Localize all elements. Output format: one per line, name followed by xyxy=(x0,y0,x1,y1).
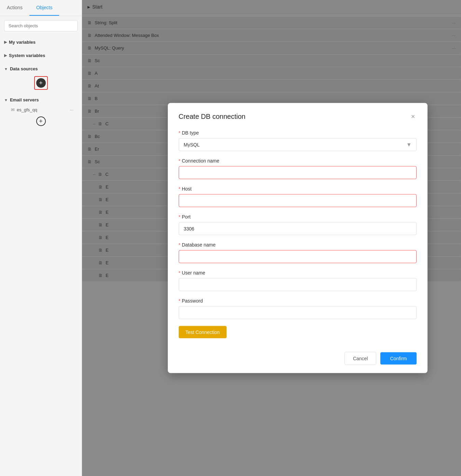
sidebar-section-my-variables: ▶ My variables xyxy=(0,36,82,49)
form-group-connection-name: * Connection name xyxy=(179,158,417,179)
form-group-database-name: * Database name xyxy=(179,242,417,263)
form-group-user-name: * User name xyxy=(179,270,417,291)
data-sources-label: Data sources xyxy=(10,66,38,71)
password-label: * Password xyxy=(179,298,417,304)
connection-name-label-text: Connection name xyxy=(182,158,219,164)
email-servers-chevron: ▼ xyxy=(4,98,8,102)
port-input[interactable] xyxy=(179,222,417,235)
create-db-connection-dialog: Create DB connection × * DB type MySQL P… xyxy=(168,103,428,373)
host-required-star: * xyxy=(179,186,180,192)
app-container: Actions Objects ▶ My variables ▶ System … xyxy=(0,0,461,476)
form-group-host: * Host xyxy=(179,186,417,207)
confirm-button[interactable]: Confirm xyxy=(380,352,416,365)
host-label: * Host xyxy=(179,186,417,192)
sidebar-section-data-sources: ▼ Data sources + xyxy=(0,62,82,93)
system-variables-label: System variables xyxy=(9,53,45,58)
sidebar: Actions Objects ▶ My variables ▶ System … xyxy=(0,0,82,476)
data-sources-add-box: + xyxy=(34,76,48,90)
user-name-label: * User name xyxy=(179,270,417,276)
connection-name-required-star: * xyxy=(179,158,180,164)
system-variables-header[interactable]: ▶ System variables xyxy=(4,50,78,61)
email-server-more-button[interactable]: ··· xyxy=(70,107,73,112)
dialog-close-button[interactable]: × xyxy=(410,111,417,122)
sidebar-section-system-variables: ▶ System variables xyxy=(0,49,82,62)
host-label-text: Host xyxy=(182,186,192,192)
main-content: ▶ Start 🗎 String: Split ··· 🗎 Attended W… xyxy=(82,0,461,476)
cancel-button[interactable]: Cancel xyxy=(344,352,377,365)
password-required-star: * xyxy=(179,298,180,304)
form-group-port: * Port xyxy=(179,214,417,235)
sidebar-tabs: Actions Objects xyxy=(0,0,82,16)
email-servers-label: Email servers xyxy=(10,97,39,102)
user-name-required-star: * xyxy=(179,270,180,276)
dialog-title: Create DB connection xyxy=(179,113,246,121)
my-variables-header[interactable]: ▶ My variables xyxy=(4,37,78,47)
system-variables-chevron: ▶ xyxy=(4,53,7,58)
search-input[interactable] xyxy=(4,20,78,31)
dialog-body: * DB type MySQL PostgreSQL SQLite Oracle… xyxy=(168,127,428,347)
email-servers-add-container: + xyxy=(4,114,78,128)
my-variables-label: My variables xyxy=(9,40,36,45)
data-sources-add-container: + xyxy=(4,74,78,92)
tab-actions[interactable]: Actions xyxy=(0,0,29,16)
tab-objects[interactable]: Objects xyxy=(29,0,59,16)
user-name-label-text: User name xyxy=(182,270,205,276)
search-container xyxy=(0,16,82,36)
user-name-input[interactable] xyxy=(179,278,417,291)
connection-name-label: * Connection name xyxy=(179,158,417,164)
email-servers-add-button[interactable]: + xyxy=(36,116,46,126)
db-type-label: * DB type xyxy=(179,130,417,136)
port-label-text: Port xyxy=(182,214,191,220)
password-label-text: Password xyxy=(182,298,203,304)
database-name-label: * Database name xyxy=(179,242,417,248)
sidebar-section-email-servers: ▼ Email servers ✉ es_gfs_qq ··· + xyxy=(0,93,82,129)
db-type-select-wrapper: MySQL PostgreSQL SQLite Oracle MSSQL ▼ xyxy=(179,138,417,151)
data-sources-header[interactable]: ▼ Data sources xyxy=(4,64,78,74)
dialog-header: Create DB connection × xyxy=(168,103,428,127)
my-variables-chevron: ▶ xyxy=(4,40,7,44)
port-required-star: * xyxy=(179,214,180,220)
port-label: * Port xyxy=(179,214,417,220)
email-server-name: es_gfs_qq xyxy=(17,107,37,112)
password-input[interactable] xyxy=(179,306,417,319)
db-type-required-star: * xyxy=(179,130,180,136)
database-name-input[interactable] xyxy=(179,250,417,263)
email-server-item-es-gfs-qq: ✉ es_gfs_qq ··· xyxy=(4,105,78,114)
test-connection-button[interactable]: Test Connection xyxy=(179,326,227,338)
form-group-db-type: * DB type MySQL PostgreSQL SQLite Oracle… xyxy=(179,130,417,151)
database-name-required-star: * xyxy=(179,242,180,248)
data-sources-add-button[interactable]: + xyxy=(36,78,46,88)
db-type-label-text: DB type xyxy=(182,130,199,136)
db-type-select[interactable]: MySQL PostgreSQL SQLite Oracle MSSQL xyxy=(179,138,417,151)
connection-name-input[interactable] xyxy=(179,166,417,179)
database-name-label-text: Database name xyxy=(182,242,216,248)
host-input[interactable] xyxy=(179,194,417,207)
form-group-password: * Password xyxy=(179,298,417,319)
email-servers-header[interactable]: ▼ Email servers xyxy=(4,95,78,105)
dialog-footer: Cancel Confirm xyxy=(168,347,428,373)
email-icon: ✉ xyxy=(11,107,15,112)
data-sources-chevron: ▼ xyxy=(4,67,8,71)
